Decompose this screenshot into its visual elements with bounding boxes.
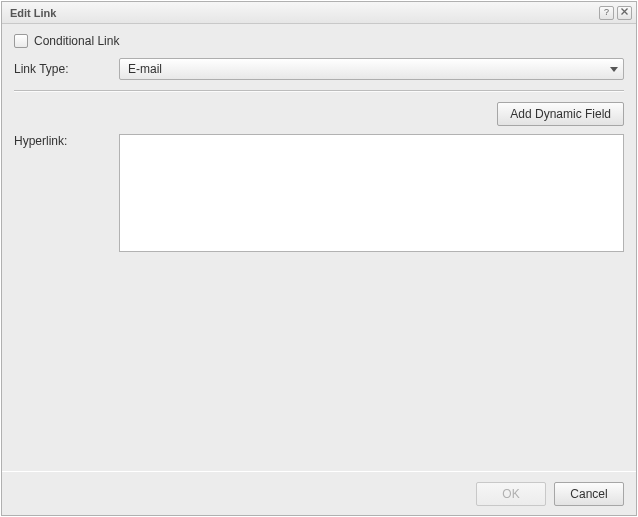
conditional-link-checkbox[interactable] <box>14 34 28 48</box>
cancel-button[interactable]: Cancel <box>554 482 624 506</box>
hyperlink-textarea[interactable] <box>119 134 624 252</box>
dialog-title: Edit Link <box>10 7 596 19</box>
edit-link-dialog: Edit Link ? Conditional Link Link Type: … <box>1 1 637 516</box>
link-type-label: Link Type: <box>14 62 119 76</box>
ok-button[interactable]: OK <box>476 482 546 506</box>
dialog-footer: OK Cancel <box>2 471 636 515</box>
close-icon <box>621 8 628 17</box>
link-type-select[interactable]: E-mail <box>119 58 624 80</box>
help-button[interactable]: ? <box>599 6 614 20</box>
separator <box>14 90 624 92</box>
help-icon: ? <box>604 8 609 17</box>
hyperlink-label: Hyperlink: <box>14 134 119 148</box>
add-dynamic-field-button[interactable]: Add Dynamic Field <box>497 102 624 126</box>
close-button[interactable] <box>617 6 632 20</box>
dialog-titlebar: Edit Link ? <box>2 2 636 24</box>
chevron-down-icon <box>605 67 623 72</box>
hyperlink-row: Hyperlink: <box>14 134 624 252</box>
dynamic-field-row: Add Dynamic Field <box>14 102 624 126</box>
link-type-value: E-mail <box>120 62 605 76</box>
link-type-row: Link Type: E-mail <box>14 58 624 80</box>
conditional-link-row: Conditional Link <box>14 34 624 48</box>
conditional-link-label: Conditional Link <box>34 34 119 48</box>
dialog-body: Conditional Link Link Type: E-mail Add D… <box>2 24 636 471</box>
